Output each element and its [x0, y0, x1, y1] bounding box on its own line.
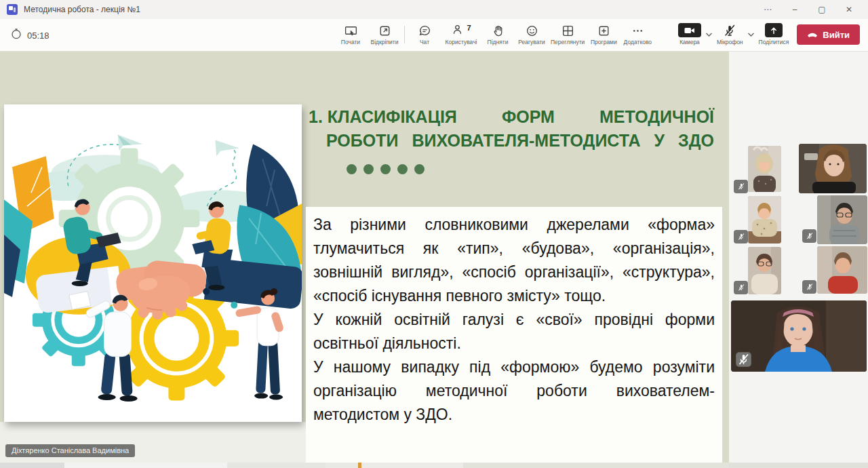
- participants-button[interactable]: 7 Користувачі: [441, 20, 481, 45]
- mic-options-chevron-icon[interactable]: [747, 22, 755, 40]
- bullet-dot: [363, 164, 374, 174]
- window-maximize-icon[interactable]: ▢: [808, 0, 835, 19]
- mic-muted-icon: [723, 23, 736, 37]
- share-arrow-icon: [765, 23, 783, 37]
- bottom-strip-segment: [227, 463, 326, 468]
- raise-hand-button[interactable]: Підняти: [481, 20, 515, 45]
- slide-text-panel: За різними словниковими джерелами «форма…: [306, 207, 722, 468]
- slide-paragraph-3: У нашому випадку під «формою» будемо роз…: [313, 355, 715, 427]
- participant-video-tile-large[interactable]: [731, 300, 867, 372]
- timer-icon: [11, 28, 22, 42]
- mic-muted-icon: [802, 229, 816, 243]
- more-actions-button[interactable]: Додатково: [620, 20, 654, 45]
- start-presenting-button[interactable]: Почати: [334, 20, 368, 45]
- participant-video-tile[interactable]: [817, 195, 867, 244]
- handshake-teamwork-illustration: [4, 104, 302, 422]
- view-button[interactable]: Переглянути: [549, 20, 587, 45]
- window-minimize-icon[interactable]: –: [781, 0, 808, 19]
- toolbar-divider: [404, 26, 405, 43]
- bullet-dot: [380, 164, 391, 174]
- unpin-button[interactable]: Відкріпити: [368, 20, 401, 45]
- slide-illustration-panel: [4, 104, 302, 422]
- share-button[interactable]: Поділитися: [759, 22, 789, 45]
- participant-video-tile[interactable]: [748, 196, 781, 243]
- gallery-view-icon: [561, 23, 575, 38]
- smiley-icon: [525, 23, 539, 38]
- slide-paragraph-1: За різними словниковими джерелами «форма…: [313, 213, 715, 308]
- raised-hand-icon: [491, 23, 505, 38]
- bottom-strip-segment: [64, 463, 227, 468]
- window-titlebar: Методична робота - лекція №1 ⋯ – ▢ ✕: [0, 0, 868, 19]
- hangup-phone-icon: [807, 30, 818, 40]
- camera-button[interactable]: Камера: [678, 22, 701, 45]
- window-close-icon[interactable]: ✕: [835, 0, 863, 19]
- teams-meeting-window: Методична робота - лекція №1 ⋯ – ▢ ✕ 05:…: [0, 0, 868, 468]
- apps-plus-icon: [597, 23, 611, 38]
- leave-button[interactable]: Вийти: [797, 24, 860, 45]
- title-dots: [347, 164, 714, 174]
- leave-label: Вийти: [823, 30, 850, 40]
- meeting-timer: 05:18: [11, 19, 50, 52]
- bottom-strip-segment: [0, 463, 64, 468]
- participants-count: 7: [467, 24, 471, 32]
- react-button[interactable]: Реагувати: [515, 20, 549, 45]
- participant-video-tile[interactable]: [817, 246, 867, 294]
- popout-arrow-icon: [378, 23, 392, 38]
- apps-button[interactable]: Програми: [587, 20, 620, 45]
- participant-video-tile[interactable]: [799, 144, 867, 193]
- presenter-name-badge: Діхтяренко Станіслава Вадимівна: [5, 444, 135, 457]
- slide-paragraph-2: У кожній освітній галузі є «свої» провід…: [313, 308, 715, 355]
- mic-muted-icon: [734, 230, 748, 243]
- slide-title: 1. КЛАСИФІКАЦІЯ ФОРМ МЕТОДИЧНОЇ РОБОТИ В…: [309, 107, 714, 174]
- meeting-toolbar: 05:18 Почати Відкріпити Чат: [0, 19, 868, 52]
- teams-logo-icon: [7, 4, 18, 15]
- mic-muted-icon: [736, 353, 751, 366]
- window-title: Методична робота - лекція №1: [24, 5, 140, 14]
- camera-options-chevron-icon[interactable]: [705, 22, 713, 40]
- present-screen-icon: [344, 23, 358, 38]
- bottom-edge-strip: [0, 463, 868, 468]
- slide-title-line1: 1. КЛАСИФІКАЦІЯ ФОРМ МЕТОДИЧНОЇ: [309, 107, 714, 127]
- bottom-strip-segment: [729, 463, 868, 468]
- bottom-strip-segment: [463, 463, 729, 468]
- microphone-button[interactable]: Мікрофон: [717, 22, 743, 45]
- shared-presentation-area[interactable]: 1. КЛАСИФІКАЦІЯ ФОРМ МЕТОДИЧНОЇ РОБОТИ В…: [0, 52, 729, 468]
- mic-muted-icon: [802, 280, 816, 294]
- window-more-icon[interactable]: ⋯: [754, 0, 781, 19]
- participant-video-tile[interactable]: [748, 247, 781, 294]
- participants-rail: [729, 52, 868, 468]
- participant-video-tile[interactable]: [748, 146, 781, 192]
- bullet-dot: [414, 164, 425, 174]
- slide-title-line2: РОБОТИ ВИХОВАТЕЛЯ-МЕТОДИСТА У ЗДО: [326, 131, 714, 151]
- chat-bubble-icon: [418, 23, 432, 38]
- people-icon: [451, 22, 465, 39]
- bottom-strip-segment: [361, 463, 463, 468]
- mic-muted-icon: [734, 281, 748, 294]
- chat-button[interactable]: Чат: [408, 20, 441, 45]
- bullet-dot: [347, 164, 357, 174]
- bullet-dot: [397, 164, 408, 174]
- ellipsis-icon: [631, 23, 645, 38]
- mic-muted-icon: [734, 180, 748, 193]
- camera-icon: [678, 23, 701, 37]
- timer-value: 05:18: [27, 31, 50, 41]
